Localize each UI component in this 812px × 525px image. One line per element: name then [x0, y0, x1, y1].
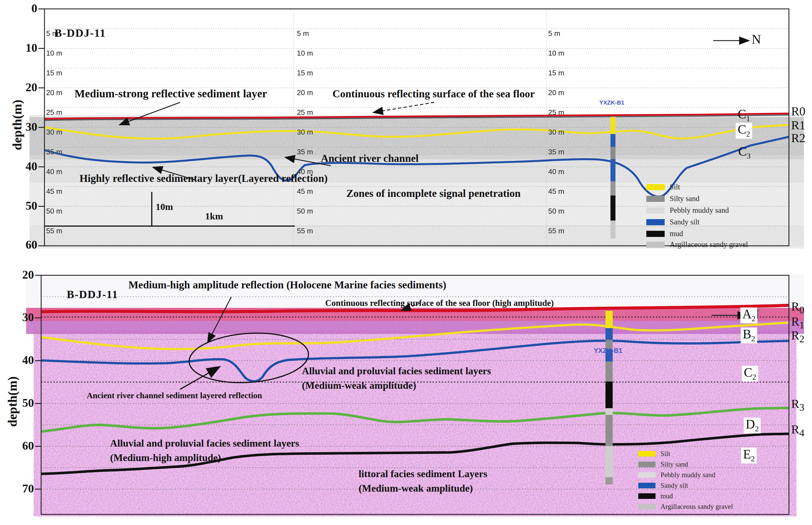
- depth-mark: 35 m: [46, 148, 62, 156]
- horizon-letter: R: [791, 423, 799, 436]
- unit-letter: C: [738, 144, 747, 159]
- unit-subscript: 2: [752, 373, 756, 381]
- depth-mark: 10 m: [548, 49, 564, 57]
- borehole-label-top: YXZK-B1: [599, 100, 624, 106]
- depth-mark: 40 m: [46, 168, 62, 176]
- bottom-tick-40: 40: [8, 354, 34, 366]
- horizon-letter: R: [791, 329, 799, 342]
- depth-mark: 20 m: [46, 89, 62, 96]
- legend-swatch: [638, 504, 656, 509]
- depth-mark: 25 m: [297, 109, 313, 116]
- depth-mark: 45 m: [46, 188, 62, 195]
- horizon-subscript: 1: [799, 319, 804, 331]
- depth-mark: 25 m: [46, 109, 62, 116]
- depth-mark: 45 m: [548, 188, 564, 195]
- unit-letter: A: [742, 307, 751, 321]
- top-tick-10: 10: [12, 42, 37, 54]
- horizon-letter: R: [791, 315, 799, 328]
- horizon-label-r0-top: R0: [791, 105, 805, 118]
- legend-swatch: [646, 184, 665, 190]
- legend-swatch: [638, 472, 656, 478]
- ann-alluvial-high-line1: Alluvial and proluvial facies sediment l…: [110, 438, 299, 449]
- legend-item-sandy-silt: Sandy silt: [646, 218, 700, 226]
- legend-label: Silt: [660, 450, 670, 458]
- legend-label: Sandy silt: [660, 482, 688, 490]
- top-profile-title: B-DDJ-11: [55, 27, 106, 39]
- ann-alluvial-high-line2: (Medium-high amplitude): [110, 453, 221, 463]
- legend-swatch: [646, 242, 665, 248]
- depth-mark: 20 m: [548, 89, 564, 96]
- horizon-label-r1-bottom: R1: [791, 315, 805, 330]
- depth-mark: 15 m: [297, 69, 313, 77]
- unit-subscript: 2: [755, 424, 759, 433]
- borehole-column-top: [611, 117, 615, 239]
- unit-subscript: 2: [752, 314, 755, 323]
- unit-subscript: 1: [746, 114, 750, 123]
- depth-mark: 30 m: [297, 129, 313, 136]
- bottom-tick-20: 20: [8, 269, 34, 281]
- ann-continuous-bottom: Continuous reflecting surface of the sea…: [325, 299, 554, 308]
- unit-letter: E: [743, 447, 751, 461]
- legend-swatch: [646, 207, 665, 213]
- legend-label: Pebbly muddy sand: [660, 471, 715, 479]
- horizon-letter: R: [791, 300, 799, 313]
- depth-mark: 15 m: [548, 69, 564, 77]
- borehole-column-bottom: [606, 311, 613, 484]
- top-tick-50: 50: [12, 200, 37, 212]
- horizon-label-r4-bottom: R4: [791, 423, 805, 438]
- legend-label: Pebbly muddy sand: [670, 206, 729, 215]
- legend-swatch: [646, 196, 665, 202]
- top-tick-20: 20: [12, 81, 37, 93]
- depth-mark: 55 m: [297, 227, 313, 235]
- legend-item-mud-bottom: mud: [638, 492, 673, 500]
- ann-highly-reflective: Highly reflective sedimentary layer(Laye…: [79, 173, 328, 184]
- depth-mark: 35 m: [297, 148, 313, 156]
- horizon-label-r1-top: R1: [791, 119, 805, 132]
- bottom-profile-title: B-DDJ-11: [67, 289, 118, 300]
- horizon-label-r2-top: R2: [791, 132, 805, 145]
- ann-zones: Zones of incomplete signal penetration: [347, 188, 521, 199]
- depth-mark: 55 m: [548, 227, 564, 235]
- ann-littoral-line1: littoral facies sediment Layers: [358, 469, 487, 479]
- legend-item-silt-bottom: Silt: [638, 450, 670, 458]
- unit-letter: B: [743, 327, 751, 341]
- ann-ancient-top: Ancient river channel: [321, 153, 419, 164]
- unit-label-c3: C3: [738, 145, 751, 160]
- legend-label: mud: [670, 229, 683, 238]
- depth-mark: 30 m: [46, 129, 62, 136]
- ann-medium-strong: Medium-strong reflective sediment layer: [75, 88, 267, 100]
- depth-mark: 40 m: [548, 168, 564, 176]
- unit-subscript: 2: [751, 454, 755, 463]
- horizon-subscript: 3: [799, 402, 804, 413]
- horizon-subscript: 4: [799, 427, 804, 438]
- legend-label: Silty sand: [670, 194, 700, 203]
- depth-mark: 25 m: [548, 109, 564, 116]
- bottom-tick-60: 60: [8, 440, 34, 452]
- bottom-axis-ticks: [35, 275, 41, 489]
- horizon-subscript: 0: [799, 304, 804, 316]
- horizon-subscript: 2: [799, 333, 804, 345]
- top-tick-40: 40: [12, 160, 37, 172]
- unit-subscript: 2: [751, 334, 755, 343]
- bottom-tick-70: 70: [8, 482, 34, 495]
- horizon-label-r2-bottom: R2: [791, 329, 805, 344]
- ann-medium-high: Medium-high amplitude reflection (Holoce…: [128, 280, 446, 290]
- unit-label-c1: C1: [738, 108, 750, 123]
- bottom-subseafloor-band: [41, 321, 789, 334]
- ann-littoral-line2: (Medium-weak amplitude): [358, 483, 473, 494]
- depth-mark: 20 m: [297, 89, 313, 96]
- unit-label-c2-bottom: C2: [742, 366, 759, 382]
- legend-item-silty-sand: Silty sand: [646, 194, 700, 203]
- unit-letter: C: [738, 122, 746, 136]
- unit-subscript: 3: [747, 152, 751, 160]
- scale-horizontal-label: 1km: [205, 211, 223, 221]
- scale-vertical-label: 10m: [156, 202, 173, 212]
- horizon-label-r3-bottom: R3: [791, 397, 805, 412]
- depth-mark: 10 m: [297, 49, 313, 57]
- legend-label: Sandy silt: [670, 218, 700, 226]
- legend-item-silt: Silt: [646, 183, 680, 191]
- legend-label: Argillaceous sandy gravel: [660, 503, 733, 511]
- north-label-top: N: [752, 33, 761, 46]
- legend-swatch: [638, 451, 656, 456]
- unit-label-e2: E2: [741, 448, 757, 464]
